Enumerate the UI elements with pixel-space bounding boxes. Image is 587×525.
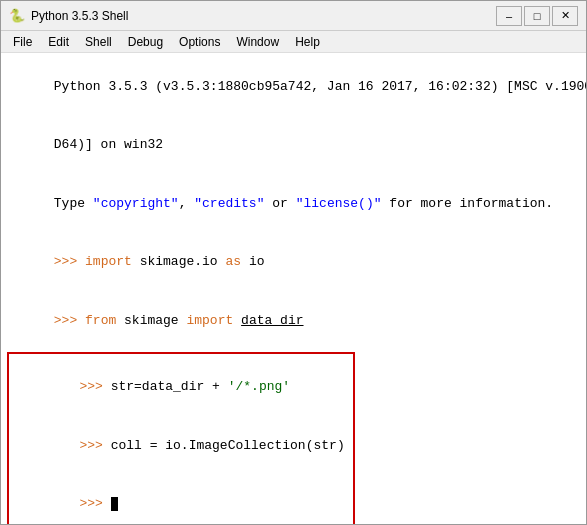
prompt-2: >>> — [54, 313, 85, 328]
maximize-button[interactable]: □ — [524, 6, 550, 26]
cursor — [111, 497, 118, 511]
highlighted-block: >>> str=data_dir + '/*.png' >>> coll = i… — [7, 352, 355, 525]
close-button[interactable]: ✕ — [552, 6, 578, 26]
shell-line-2: >>> from skimage import data_dir — [7, 291, 580, 350]
menu-file[interactable]: File — [5, 33, 40, 51]
keyword-import-1: import — [85, 254, 132, 269]
code-3: str — [111, 379, 134, 394]
code-2b — [233, 313, 241, 328]
prompt-1: >>> — [54, 254, 85, 269]
menu-edit[interactable]: Edit — [40, 33, 77, 51]
shell-line-5: >>> — [17, 475, 345, 525]
window-controls: – □ ✕ — [496, 6, 578, 26]
header-line-2: D64)] on win32 — [7, 116, 580, 175]
code-1: skimage.io — [132, 254, 226, 269]
shell-line-3: >>> str=data_dir + '/*.png' — [17, 358, 345, 417]
code-3c: '/*.png' — [228, 379, 290, 394]
code-4: coll = io.ImageCollection(str) — [111, 438, 345, 453]
shell-line-4: >>> coll = io.ImageCollection(str) — [17, 416, 345, 475]
title-bar: 🐍 Python 3.5.3 Shell – □ ✕ — [1, 1, 586, 31]
keyword-as-1: as — [225, 254, 241, 269]
python-icon: 🐍 — [9, 8, 25, 24]
menu-help[interactable]: Help — [287, 33, 328, 51]
shell-line-1: >>> import skimage.io as io — [7, 233, 580, 292]
window-title: Python 3.5.3 Shell — [31, 9, 128, 23]
title-bar-left: 🐍 Python 3.5.3 Shell — [9, 8, 128, 24]
main-window: 🐍 Python 3.5.3 Shell – □ ✕ File Edit She… — [0, 0, 587, 525]
header-line-3: Type "copyright", "credits" or "license(… — [7, 174, 580, 233]
menu-debug[interactable]: Debug — [120, 33, 171, 51]
code-1b: io — [241, 254, 264, 269]
prompt-3: >>> — [79, 379, 110, 394]
menu-bar: File Edit Shell Debug Options Window Hel… — [1, 31, 586, 53]
menu-options[interactable]: Options — [171, 33, 228, 51]
code-2c: data_dir — [241, 313, 303, 328]
shell-content[interactable]: Python 3.5.3 (v3.5.3:1880cb95a742, Jan 1… — [1, 53, 586, 524]
keyword-import-2: import — [186, 313, 233, 328]
header-line-1: Python 3.5.3 (v3.5.3:1880cb95a742, Jan 1… — [7, 57, 580, 116]
menu-window[interactable]: Window — [228, 33, 287, 51]
menu-shell[interactable]: Shell — [77, 33, 120, 51]
minimize-button[interactable]: – — [496, 6, 522, 26]
code-3b: =data_dir + — [134, 379, 228, 394]
prompt-4: >>> — [79, 438, 110, 453]
prompt-5: >>> — [79, 496, 110, 511]
keyword-from: from — [85, 313, 116, 328]
code-2a: skimage — [116, 313, 186, 328]
